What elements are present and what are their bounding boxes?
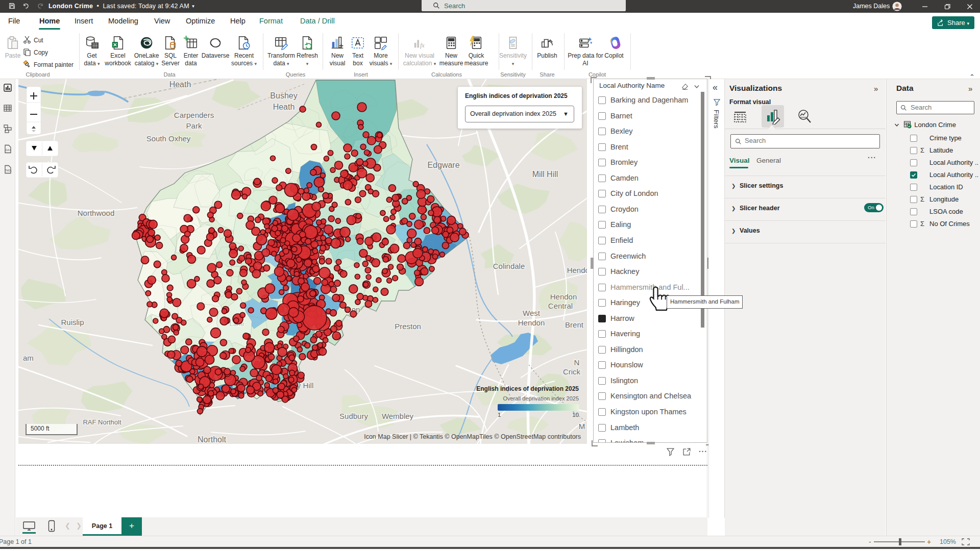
svg-text:Mill Hill: Mill Hill bbox=[532, 170, 558, 179]
svg-text:Central: Central bbox=[548, 302, 573, 310]
svg-text:Heath: Heath bbox=[169, 80, 191, 89]
svg-text:Crick: Crick bbox=[563, 367, 581, 376]
svg-text:Hendon: Hendon bbox=[550, 292, 577, 301]
svg-text:Brent: Brent bbox=[565, 320, 584, 329]
svg-text:South Oxhey: South Oxhey bbox=[146, 134, 191, 143]
svg-text:Park: Park bbox=[186, 121, 202, 130]
svg-text:West: West bbox=[523, 309, 541, 317]
svg-text:Colindale: Colindale bbox=[493, 262, 525, 270]
svg-text:Carpenders: Carpenders bbox=[174, 111, 214, 119]
svg-text:Ruislip: Ruislip bbox=[61, 318, 84, 327]
svg-text:N: N bbox=[574, 358, 580, 367]
svg-text:Sudbury: Sudbury bbox=[339, 412, 368, 420]
svg-text:Preston: Preston bbox=[395, 322, 421, 331]
svg-text:Wembley: Wembley bbox=[382, 412, 414, 420]
svg-text:am: am bbox=[23, 354, 34, 362]
svg-text:Edgware: Edgware bbox=[427, 161, 459, 169]
svg-text:TMDL: TMDL bbox=[5, 169, 12, 172]
svg-text:fx: fx bbox=[420, 42, 425, 49]
svg-text:RAF Northolt: RAF Northolt bbox=[83, 418, 121, 426]
svg-text:Hendon: Hendon bbox=[518, 318, 545, 327]
svg-text:M: M bbox=[579, 422, 585, 431]
svg-text:Northwood: Northwood bbox=[78, 209, 115, 217]
svg-text:Heath: Heath bbox=[273, 103, 295, 111]
svg-text:DAX: DAX bbox=[6, 148, 12, 152]
svg-text:Bushey: Bushey bbox=[270, 91, 297, 100]
svg-text:Hendc: Hendc bbox=[567, 266, 587, 274]
